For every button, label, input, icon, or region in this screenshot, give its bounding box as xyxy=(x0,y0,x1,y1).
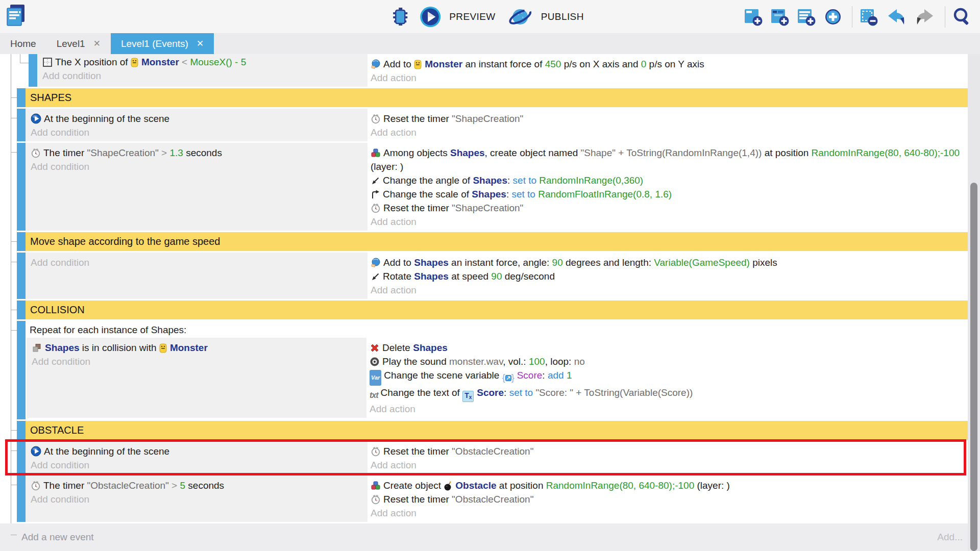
action-line[interactable]: Change the scale of Shapes: set to Rando… xyxy=(369,187,968,201)
action-line[interactable]: Add to Shapes an instant force, angle: 9… xyxy=(369,256,968,269)
event-color-bar[interactable] xyxy=(17,253,26,299)
event-sheet: The X position of Monster < MouseX() - 5… xyxy=(0,54,968,551)
force-icon xyxy=(371,59,381,69)
close-tab-icon[interactable]: ✕ xyxy=(197,38,204,49)
toolbar: PREVIEW PUBLISH xyxy=(0,0,980,33)
event-color-bar[interactable] xyxy=(17,88,26,107)
add-condition-button[interactable]: Add condition xyxy=(26,492,368,506)
text-segment: Rotate xyxy=(383,271,414,282)
event-group: OBSTACLE xyxy=(17,421,968,440)
text-segment: Shapes xyxy=(414,257,449,268)
vertical-scrollbar[interactable] xyxy=(968,54,980,551)
event-color-bar[interactable] xyxy=(17,441,26,474)
tab-home[interactable]: Home xyxy=(0,33,46,54)
repeat-header[interactable]: Repeat for each instance of Shapes: xyxy=(26,321,968,338)
condition-line[interactable]: At the beginning of the scene xyxy=(26,444,368,458)
add-action-button[interactable]: Add action xyxy=(369,215,968,229)
event-group: SHAPES xyxy=(17,88,968,107)
action-line[interactable]: Create object Obstacle at position Rando… xyxy=(369,479,968,492)
remove-event-icon[interactable] xyxy=(859,7,878,27)
event-color-bar[interactable] xyxy=(17,232,26,251)
event-color-bar[interactable] xyxy=(17,321,26,419)
text-segment: "ShapeCreation" xyxy=(87,147,159,158)
tab-label: Level1 xyxy=(57,38,85,49)
tab-level1-events[interactable]: Level1 (Events) ✕ xyxy=(111,33,214,54)
add-condition-button[interactable]: Add condition xyxy=(37,69,368,83)
text-segment: an instant force, angle: xyxy=(449,257,552,268)
action-line[interactable]: Play the sound monster.wav, vol.: 100, l… xyxy=(368,355,968,368)
event-color-bar[interactable] xyxy=(17,475,26,522)
publish-button[interactable]: PUBLISH xyxy=(541,11,584,22)
undo-icon[interactable] xyxy=(886,7,907,27)
add-action-button[interactable]: Add action xyxy=(369,458,968,472)
close-tab-icon[interactable]: ✕ xyxy=(93,38,101,49)
actions-column: Delete ShapesPlay the sound monster.wav,… xyxy=(368,338,968,418)
add-action-button[interactable]: Add action xyxy=(369,283,968,297)
action-line[interactable]: Reset the timer "ObstacleCreation" xyxy=(369,444,968,458)
add-event-icon[interactable] xyxy=(744,7,763,27)
text-segment: p/s on Y axis xyxy=(646,59,704,69)
condition-line[interactable]: The X position of Monster < MouseX() - 5 xyxy=(37,55,368,69)
add-condition-button[interactable]: Add condition xyxy=(26,458,368,472)
scene-var-icon: {} xyxy=(502,370,514,385)
add-action-button[interactable]: Add action xyxy=(369,71,968,85)
condition-line[interactable]: At the beginning of the scene xyxy=(26,112,368,126)
text-segment: pixels xyxy=(750,257,777,268)
condition-line[interactable]: The timer "ObstacleCreation" > 5 seconds xyxy=(26,479,368,492)
group-header[interactable]: SHAPES xyxy=(26,88,968,107)
group-header[interactable]: COLLISION xyxy=(26,300,968,319)
action-line[interactable]: Reset the timer "ShapeCreation" xyxy=(369,201,968,215)
text-segment: add xyxy=(548,370,567,381)
action-line[interactable]: Add to Monster an instant force of 450 p… xyxy=(369,57,968,71)
add-condition-button[interactable]: Add condition xyxy=(26,256,368,269)
add-circle-icon[interactable] xyxy=(823,7,843,27)
action-line[interactable]: VarChange the scene variable {}Score: ad… xyxy=(368,368,968,386)
debug-icon[interactable] xyxy=(389,5,411,29)
add-action-button[interactable]: Add action xyxy=(369,506,968,520)
scrollbar-thumb[interactable] xyxy=(970,183,977,551)
tab-level1[interactable]: Level1 ✕ xyxy=(46,33,111,54)
add-button[interactable]: Add... xyxy=(937,532,963,543)
action-line[interactable]: Delete Shapes xyxy=(368,341,968,355)
condition-line[interactable]: Shapes is in collision with Monster xyxy=(27,341,366,355)
action-line[interactable]: Among objects Shapes, create object name… xyxy=(369,146,968,173)
action-line[interactable]: Reset the timer "ObstacleCreation" xyxy=(369,492,968,506)
event-color-bar[interactable] xyxy=(17,421,26,440)
text-segment: seconds xyxy=(183,147,222,158)
globe-icon[interactable] xyxy=(508,5,533,29)
event-row: The X position of Monster < MouseX() - 5… xyxy=(17,54,968,87)
app-logo-icon xyxy=(5,3,28,29)
event-group: Move shape according to the game speed xyxy=(17,232,968,251)
action-line[interactable]: Reset the timer "ShapeCreation" xyxy=(369,112,968,126)
action-line[interactable]: Rotate Shapes at speed 90 deg/second xyxy=(369,269,968,283)
text-segment: 1 xyxy=(567,370,572,381)
event-color-bar[interactable] xyxy=(17,143,26,231)
add-condition-button[interactable]: Add condition xyxy=(27,355,366,368)
event-color-bar[interactable] xyxy=(29,54,37,87)
event-color-bar[interactable] xyxy=(17,300,26,319)
add-comment-icon[interactable] xyxy=(797,7,816,27)
add-action-button[interactable]: Add action xyxy=(368,402,968,416)
text-segment: Among objects xyxy=(383,147,450,158)
group-header[interactable]: OBSTACLE xyxy=(26,421,968,440)
group-header[interactable]: Move shape according to the game speed xyxy=(26,232,968,251)
action-line[interactable]: txtChange the text of TxScore: set to "S… xyxy=(368,386,968,402)
add-condition-button[interactable]: Add condition xyxy=(26,126,368,139)
add-condition-button[interactable]: Add condition xyxy=(26,160,368,173)
search-icon[interactable] xyxy=(952,7,972,27)
action-line[interactable]: Change the angle of Shapes: set to Rando… xyxy=(369,173,968,187)
add-new-event-button[interactable]: Add a new event xyxy=(21,532,94,543)
text-segment: : xyxy=(506,189,512,199)
tab-label: Level1 (Events) xyxy=(121,38,188,49)
add-action-button[interactable]: Add action xyxy=(369,126,968,139)
text-segment: p/s on X axis and xyxy=(561,59,641,69)
add-subevent-icon[interactable] xyxy=(770,7,790,27)
conditions-column: At the beginning of the sceneAdd conditi… xyxy=(26,441,368,474)
condition-line[interactable]: The timer "ShapeCreation" > 1.3 seconds xyxy=(26,146,368,160)
event-row: Add conditionAdd to Shapes an instant fo… xyxy=(17,253,968,299)
redo-icon[interactable] xyxy=(914,7,936,27)
preview-button[interactable]: PREVIEW xyxy=(449,11,495,22)
play-icon[interactable] xyxy=(419,6,442,28)
text-segment: Reset the timer xyxy=(383,113,452,124)
event-color-bar[interactable] xyxy=(17,109,26,141)
